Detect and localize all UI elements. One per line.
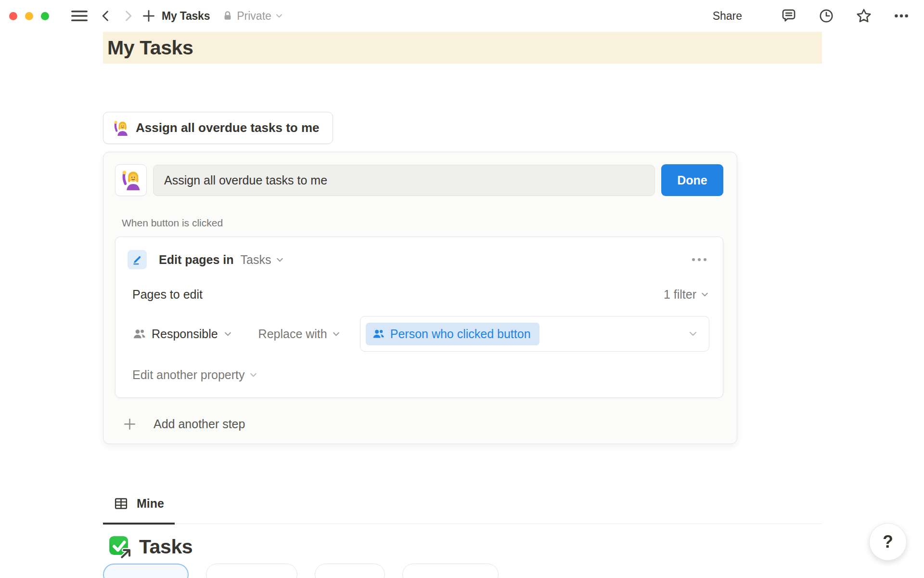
add-another-step-button[interactable]: Add another step <box>123 417 723 431</box>
privacy-label: Private <box>237 10 271 23</box>
chevron-down-icon <box>275 12 283 20</box>
traffic-light-close[interactable] <box>9 12 17 20</box>
property-name-label: Responsible <box>152 327 218 341</box>
trigger-label: When button is clicked <box>122 217 723 229</box>
page-title[interactable]: My Tasks <box>107 37 193 59</box>
filter-pill[interactable] <box>206 564 297 578</box>
favorite-star-icon[interactable] <box>856 8 872 24</box>
property-selector[interactable]: Responsible <box>132 327 232 341</box>
forward-icon[interactable] <box>121 9 135 23</box>
person-value-label: Person who clicked button <box>390 327 531 341</box>
traffic-light-zoom[interactable] <box>41 12 49 20</box>
pages-to-edit-row: Pages to edit 1 filter <box>128 288 709 302</box>
assign-tasks-button-label: Assign all overdue tasks to me <box>136 120 319 135</box>
new-tab-icon[interactable] <box>141 9 156 23</box>
filter-button[interactable]: 1 filter <box>664 288 709 302</box>
tasks-database-icon <box>108 535 132 559</box>
person-value-chip: Person who clicked button <box>366 323 539 345</box>
tab-mine-label: Mine <box>137 497 164 511</box>
edit-another-property-button[interactable]: Edit another property <box>128 368 709 382</box>
database-title[interactable]: Tasks <box>139 536 192 558</box>
filter-pill[interactable] <box>402 564 499 578</box>
more-options-icon[interactable] <box>893 8 910 24</box>
breadcrumb-page-title[interactable]: My Tasks <box>162 10 210 23</box>
step-more-options-icon[interactable] <box>689 255 709 264</box>
filter-pill[interactable] <box>315 564 385 578</box>
people-icon <box>132 327 146 341</box>
table-view-icon <box>114 496 128 511</box>
filter-count-label: 1 filter <box>664 288 696 302</box>
view-filter-pills <box>103 564 924 578</box>
database-heading: Tasks <box>108 535 924 559</box>
property-edit-row: Responsible Replace with Person who clic… <box>128 316 709 352</box>
assign-tasks-button[interactable]: Assign all overdue tasks to me <box>103 112 333 144</box>
view-tab-bar: Mine <box>103 496 822 524</box>
woman-raising-hand-emoji <box>121 170 141 190</box>
button-name-row: Done <box>115 164 723 196</box>
sidebar-menu-icon[interactable] <box>71 9 88 23</box>
step-database-name: Tasks <box>241 253 271 267</box>
privacy-indicator[interactable]: Private <box>222 10 283 23</box>
done-button[interactable]: Done <box>661 164 723 196</box>
step-header: Edit pages in Tasks <box>128 250 709 269</box>
people-icon <box>372 328 385 341</box>
back-icon[interactable] <box>99 9 113 23</box>
pages-to-edit-label: Pages to edit <box>132 288 203 302</box>
woman-raising-hand-emoji <box>113 120 128 136</box>
filter-pill-selected[interactable] <box>103 564 189 578</box>
updates-clock-icon[interactable] <box>818 8 834 24</box>
chevron-down-icon <box>223 329 232 339</box>
chevron-down-icon <box>332 329 341 339</box>
tab-mine[interactable]: Mine <box>103 496 175 525</box>
share-button[interactable]: Share <box>713 10 742 23</box>
operation-label: Replace with <box>258 327 327 341</box>
button-name-input[interactable] <box>153 165 655 196</box>
operation-selector[interactable]: Replace with <box>258 327 341 341</box>
add-another-step-label: Add another step <box>154 417 245 431</box>
edit-another-property-label: Edit another property <box>132 368 244 382</box>
traffic-light-minimize[interactable] <box>25 12 33 20</box>
edit-pages-icon <box>128 250 147 269</box>
value-selector[interactable]: Person who clicked button <box>360 316 709 352</box>
page-title-highlight: My Tasks <box>103 32 822 64</box>
comments-icon[interactable] <box>781 8 797 24</box>
chevron-down-icon <box>275 255 284 264</box>
chevron-down-icon <box>249 370 258 380</box>
chevron-down-icon <box>700 290 709 299</box>
window-titlebar: My Tasks Private Share <box>0 0 924 32</box>
step-action-label: Edit pages in <box>159 253 234 267</box>
step-database-selector[interactable]: Tasks <box>241 253 284 267</box>
chevron-down-icon <box>688 328 698 339</box>
button-editor-panel: Done When button is clicked Edit pages i… <box>103 152 737 444</box>
plus-icon <box>123 417 137 431</box>
button-emoji-picker[interactable] <box>115 164 147 196</box>
help-button[interactable]: ? <box>869 523 907 561</box>
automation-step-card: Edit pages in Tasks Pages to edit 1 filt… <box>115 236 723 398</box>
lock-icon <box>222 10 233 22</box>
